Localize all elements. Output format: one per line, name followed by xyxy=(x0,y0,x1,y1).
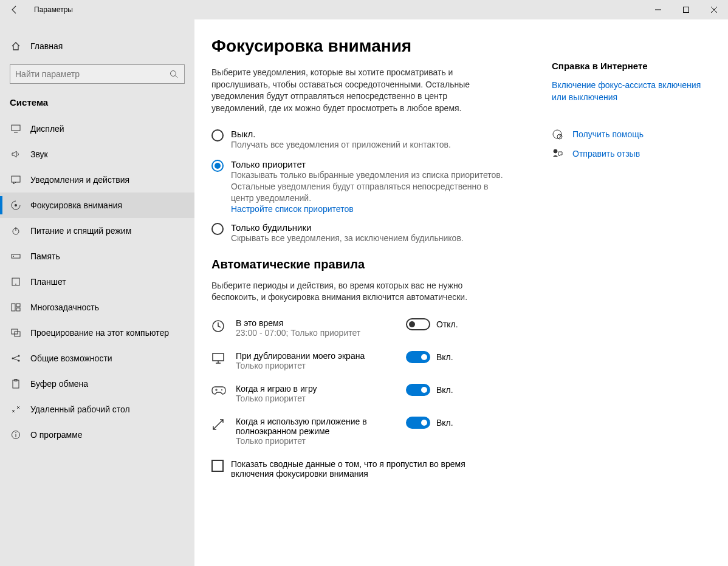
summary-checkbox-row[interactable]: Показать сводные данные о том, что я про… xyxy=(211,459,503,479)
sidebar-item-remote[interactable]: Удаленный рабочий стол xyxy=(0,397,194,422)
svg-point-35 xyxy=(221,389,222,390)
sidebar-item-sound[interactable]: Звук xyxy=(0,142,194,167)
rules-intro: Выберите периоды и действия, во время ко… xyxy=(211,280,491,304)
sidebar-home-label: Главная xyxy=(30,41,63,51)
multitasking-icon xyxy=(10,303,22,312)
sidebar-category: Система xyxy=(0,97,194,116)
notifications-icon xyxy=(10,176,22,184)
storage-icon xyxy=(10,253,22,260)
feedback-row[interactable]: Отправить отзыв xyxy=(552,148,710,159)
rule-toggle[interactable] xyxy=(406,351,430,363)
rule-toggle[interactable] xyxy=(406,417,430,429)
svg-point-41 xyxy=(554,149,557,153)
summary-checkbox-label: Показать сводные данные о том, что я про… xyxy=(231,459,503,479)
sidebar-item-shared[interactable]: Общие возможности xyxy=(0,346,194,371)
maximize-button[interactable] xyxy=(672,0,700,19)
aside-panel: Справка в Интернете Включение фокус-асси… xyxy=(552,36,710,566)
aside-help-heading: Справка в Интернете xyxy=(552,61,710,71)
home-icon xyxy=(10,41,22,51)
page-title: Фокусировка внимания xyxy=(211,36,552,56)
focus-icon xyxy=(10,200,22,210)
shared-icon xyxy=(10,353,22,363)
feedback-icon xyxy=(552,148,564,159)
search-input[interactable] xyxy=(15,69,170,79)
tablet-icon xyxy=(10,278,22,286)
svg-point-9 xyxy=(15,204,17,206)
back-button[interactable] xyxy=(0,0,29,19)
svg-line-5 xyxy=(176,76,178,78)
radio-button[interactable] xyxy=(211,223,224,235)
close-button[interactable] xyxy=(700,0,728,19)
rule-fullscreen[interactable]: Когда я использую приложение в полноэкра… xyxy=(211,417,552,446)
radio-button[interactable] xyxy=(211,129,224,142)
svg-rect-32 xyxy=(213,353,224,361)
svg-point-4 xyxy=(171,71,176,77)
minimize-button[interactable] xyxy=(644,0,672,19)
power-icon xyxy=(10,226,22,236)
rule-time[interactable]: В это время23:00 - 07:00; Только приорит… xyxy=(211,318,552,338)
page-intro: Выберите уведомления, которые вы хотите … xyxy=(211,67,491,114)
svg-point-30 xyxy=(15,432,16,434)
sidebar-item-about[interactable]: О программе xyxy=(0,422,194,448)
sidebar-item-notifications[interactable]: Уведомления и действия xyxy=(0,167,194,193)
svg-rect-6 xyxy=(12,125,20,131)
checkbox[interactable] xyxy=(211,460,224,472)
svg-point-13 xyxy=(13,256,14,257)
sidebar-item-projecting[interactable]: Проецирование на этот компьютер xyxy=(0,320,194,346)
sound-icon xyxy=(10,150,22,159)
radio-alarms[interactable]: Только будильники Скрывать все уведомлен… xyxy=(211,222,503,244)
svg-rect-16 xyxy=(12,304,15,311)
sidebar-home[interactable]: Главная xyxy=(0,34,194,58)
get-help-icon: ? xyxy=(552,129,564,140)
rule-toggle[interactable] xyxy=(406,384,430,396)
rules-heading: Автоматические правила xyxy=(211,257,552,271)
search-icon xyxy=(170,70,179,78)
sidebar-item-clipboard[interactable]: Буфер обмена xyxy=(0,371,194,397)
sidebar-item-multitasking[interactable]: Многозадачность xyxy=(0,295,194,320)
svg-line-24 xyxy=(13,356,18,358)
aside-help-link[interactable]: Включение фокус-ассиста включения или вы… xyxy=(552,80,710,103)
sidebar: Главная Система Дисплей Звук Уведомления… xyxy=(0,19,194,566)
remote-icon xyxy=(10,405,22,414)
rule-duplicating[interactable]: При дублировании моего экранаТолько прио… xyxy=(211,351,552,370)
get-help-row[interactable]: ? Получить помощь xyxy=(552,129,710,140)
info-icon xyxy=(10,430,22,440)
clock-icon xyxy=(211,319,226,333)
svg-rect-17 xyxy=(16,304,20,307)
clipboard-icon xyxy=(10,379,22,389)
gamepad-icon xyxy=(211,385,226,396)
search-box[interactable] xyxy=(10,64,185,84)
svg-rect-1 xyxy=(684,7,689,13)
priority-list-link[interactable]: Настройте список приоритетов xyxy=(231,204,503,214)
sidebar-item-storage[interactable]: Память xyxy=(0,244,194,269)
fullscreen-icon xyxy=(211,418,226,431)
sidebar-item-tablet[interactable]: Планшет xyxy=(0,269,194,295)
svg-rect-8 xyxy=(12,176,20,182)
display-icon xyxy=(10,124,22,133)
sidebar-item-focus-assist[interactable]: Фокусировка внимания xyxy=(0,193,194,218)
titlebar: Параметры xyxy=(0,0,728,19)
radio-off[interactable]: Выкл. Получать все уведомления от прилож… xyxy=(211,129,503,151)
monitor-icon xyxy=(211,352,226,364)
rule-gaming[interactable]: Когда я играю в игруТолько приоритет Вкл… xyxy=(211,384,552,403)
rule-toggle[interactable] xyxy=(406,318,430,330)
svg-line-25 xyxy=(13,359,18,361)
sidebar-item-display[interactable]: Дисплей xyxy=(0,116,194,142)
radio-priority[interactable]: Только приоритет Показывать только выбра… xyxy=(211,159,503,214)
radio-button[interactable] xyxy=(211,160,224,172)
window-title: Параметры xyxy=(29,5,73,14)
main-content: Фокусировка внимания Выберите уведомлени… xyxy=(211,36,552,566)
projecting-icon xyxy=(10,329,22,337)
svg-rect-18 xyxy=(16,308,20,311)
sidebar-item-power[interactable]: Питание и спящий режим xyxy=(0,218,194,244)
